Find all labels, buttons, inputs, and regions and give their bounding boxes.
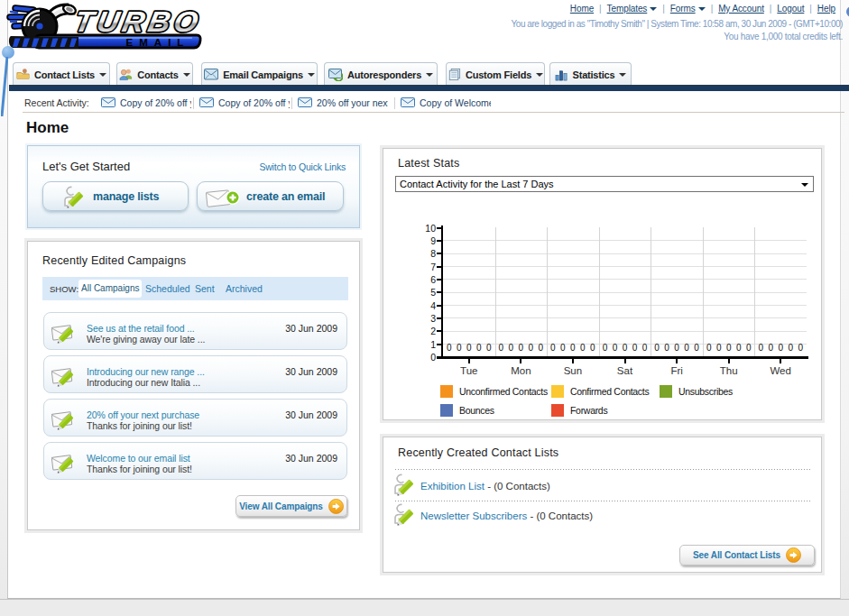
svg-text:EMAIL: EMAIL bbox=[126, 37, 190, 48]
svg-text:TURBO: TURBO bbox=[72, 5, 205, 38]
